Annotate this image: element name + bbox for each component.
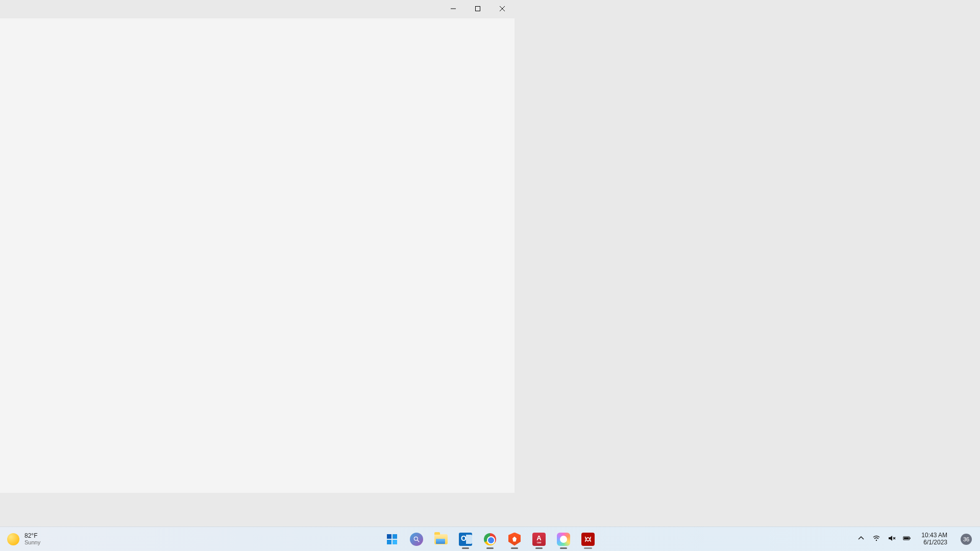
title-bar <box>0 0 514 18</box>
search-icon <box>410 533 423 546</box>
file-explorer-button[interactable] <box>430 529 452 549</box>
wifi-icon <box>872 534 880 544</box>
svg-point-8 <box>414 537 418 540</box>
clock: 10:43 AM 6/1/2023 <box>918 532 950 546</box>
show-hidden-icons-button[interactable] <box>854 529 868 549</box>
outlook-button[interactable] <box>455 529 476 549</box>
weather-text: 82°F Sunny <box>24 533 40 545</box>
windows-icon <box>385 533 399 546</box>
taskbar-center: A CAD <box>381 529 599 549</box>
weather-temp: 82°F <box>24 533 40 539</box>
close-icon <box>499 5 505 14</box>
autocad-sub: CAD <box>537 542 542 544</box>
clock-button[interactable]: 10:43 AM 6/1/2023 <box>915 529 953 549</box>
brave-button[interactable] <box>504 529 525 549</box>
clock-date: 6/1/2023 <box>923 539 947 546</box>
chrome-button[interactable] <box>479 529 501 549</box>
svg-rect-15 <box>904 537 909 539</box>
close-button[interactable] <box>490 0 514 18</box>
brave-icon <box>508 533 521 546</box>
svg-line-9 <box>418 540 420 542</box>
autocad-letter: A <box>536 535 541 541</box>
weather-widget[interactable]: 82°F Sunny <box>7 533 40 545</box>
sun-icon <box>7 533 19 545</box>
start-button[interactable] <box>381 529 403 549</box>
acrobat-button[interactable] <box>577 529 599 549</box>
taskbar-left: 82°F Sunny <box>0 533 40 545</box>
svg-rect-7 <box>393 540 397 544</box>
search-button[interactable] <box>406 529 427 549</box>
notifications-button[interactable]: 36 <box>954 529 975 549</box>
svg-rect-14 <box>910 537 911 539</box>
outlook-icon <box>459 533 472 546</box>
acrobat-icon <box>581 533 595 546</box>
volume-muted-icon <box>888 534 896 544</box>
svg-rect-5 <box>393 534 397 539</box>
taskbar: 82°F Sunny <box>0 527 980 551</box>
minimize-icon <box>450 5 456 14</box>
svg-rect-4 <box>387 534 391 539</box>
creative-button[interactable] <box>553 529 574 549</box>
maximize-icon <box>475 5 481 14</box>
creative-icon <box>557 533 570 546</box>
svg-rect-6 <box>387 540 391 544</box>
clock-time: 10:43 AM <box>921 532 947 539</box>
volume-button[interactable] <box>885 529 899 549</box>
wifi-button[interactable] <box>869 529 884 549</box>
content-area <box>0 18 514 493</box>
battery-icon <box>903 534 911 544</box>
notification-count-badge: 36 <box>961 534 972 545</box>
maximize-button[interactable] <box>465 0 490 18</box>
svg-point-10 <box>876 539 877 540</box>
app-window <box>0 0 514 493</box>
chrome-icon <box>483 533 497 546</box>
weather-condition: Sunny <box>24 539 40 545</box>
folder-icon <box>434 533 448 546</box>
chevron-up-icon <box>857 534 865 544</box>
battery-button[interactable] <box>900 529 914 549</box>
taskbar-right: 10:43 AM 6/1/2023 36 <box>854 529 980 549</box>
autocad-icon: A CAD <box>532 533 546 546</box>
autocad-button[interactable]: A CAD <box>528 529 550 549</box>
svg-rect-1 <box>476 7 480 11</box>
minimize-button[interactable] <box>441 0 465 18</box>
